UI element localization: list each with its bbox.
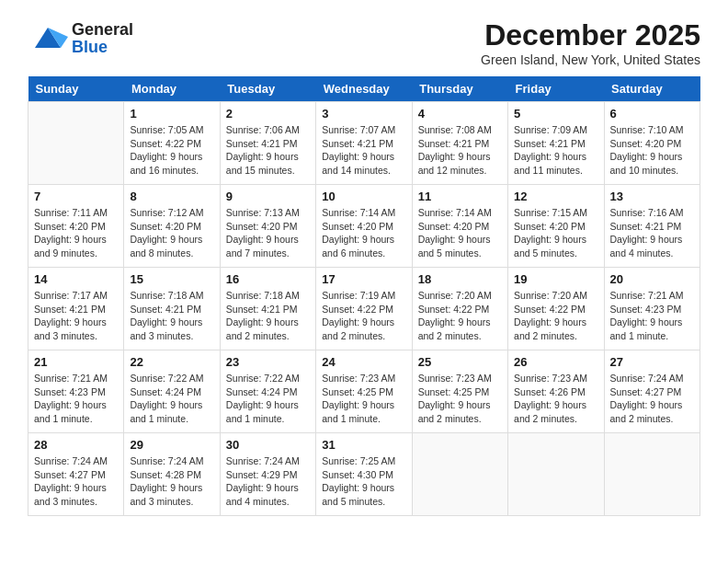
day-info: Sunrise: 7:25 AMSunset: 4:30 PMDaylight:… xyxy=(322,454,405,509)
calendar-cell xyxy=(508,433,604,516)
day-number: 9 xyxy=(226,190,310,203)
calendar-cell: 19Sunrise: 7:20 AMSunset: 4:22 PMDayligh… xyxy=(508,268,604,350)
day-info: Sunrise: 7:18 AMSunset: 4:21 PMDaylight:… xyxy=(226,289,310,343)
day-info: Sunrise: 7:10 AMSunset: 4:20 PMDaylight:… xyxy=(610,123,694,178)
logo-icon xyxy=(28,18,68,59)
day-number: 27 xyxy=(610,355,694,369)
day-info: Sunrise: 7:16 AMSunset: 4:21 PMDaylight:… xyxy=(610,206,694,260)
calendar-cell: 4Sunrise: 7:08 AMSunset: 4:21 PMDaylight… xyxy=(412,102,507,185)
calendar-header: SundayMondayTuesdayWednesdayThursdayFrid… xyxy=(28,76,700,102)
calendar-cell: 9Sunrise: 7:13 AMSunset: 4:20 PMDaylight… xyxy=(220,185,315,268)
calendar-week-3: 21Sunrise: 7:21 AMSunset: 4:23 PMDayligh… xyxy=(28,350,700,433)
day-number: 12 xyxy=(514,190,597,203)
day-info: Sunrise: 7:09 AMSunset: 4:21 PMDaylight:… xyxy=(514,123,597,178)
day-number: 8 xyxy=(130,190,213,203)
calendar-week-4: 28Sunrise: 7:24 AMSunset: 4:27 PMDayligh… xyxy=(28,433,700,516)
logo-blue-text: Blue xyxy=(72,39,133,56)
day-number: 5 xyxy=(514,107,597,121)
calendar-week-1: 7Sunrise: 7:11 AMSunset: 4:20 PMDaylight… xyxy=(28,185,700,268)
title-area: December 2025 Green Island, New York, Un… xyxy=(481,18,700,67)
calendar-cell: 18Sunrise: 7:20 AMSunset: 4:22 PMDayligh… xyxy=(412,268,507,350)
calendar-cell: 17Sunrise: 7:19 AMSunset: 4:22 PMDayligh… xyxy=(316,268,412,350)
day-info: Sunrise: 7:14 AMSunset: 4:20 PMDaylight:… xyxy=(322,206,405,260)
day-info: Sunrise: 7:20 AMSunset: 4:22 PMDaylight:… xyxy=(514,289,597,343)
calendar-cell: 5Sunrise: 7:09 AMSunset: 4:21 PMDaylight… xyxy=(508,102,604,185)
day-info: Sunrise: 7:18 AMSunset: 4:21 PMDaylight:… xyxy=(130,289,213,343)
day-number: 19 xyxy=(514,272,597,286)
day-number: 10 xyxy=(322,190,405,203)
month-title: December 2025 xyxy=(481,18,700,52)
weekday-header-sunday: Sunday xyxy=(28,76,124,102)
day-info: Sunrise: 7:05 AMSunset: 4:22 PMDaylight:… xyxy=(130,123,213,178)
day-number: 16 xyxy=(226,272,310,286)
day-number: 2 xyxy=(226,107,310,121)
calendar-cell: 31Sunrise: 7:25 AMSunset: 4:30 PMDayligh… xyxy=(316,433,412,516)
weekday-header-saturday: Saturday xyxy=(604,76,700,102)
day-number: 23 xyxy=(226,355,310,369)
calendar-cell: 24Sunrise: 7:23 AMSunset: 4:25 PMDayligh… xyxy=(316,350,412,433)
calendar-cell xyxy=(28,102,124,185)
calendar-cell: 6Sunrise: 7:10 AMSunset: 4:20 PMDaylight… xyxy=(604,102,700,185)
day-info: Sunrise: 7:24 AMSunset: 4:27 PMDaylight:… xyxy=(610,372,694,426)
day-info: Sunrise: 7:15 AMSunset: 4:20 PMDaylight:… xyxy=(514,206,597,260)
calendar-cell: 20Sunrise: 7:21 AMSunset: 4:23 PMDayligh… xyxy=(604,268,700,350)
day-number: 25 xyxy=(418,355,502,369)
day-number: 6 xyxy=(610,107,694,121)
location-text: Green Island, New York, United States xyxy=(481,52,700,67)
day-number: 4 xyxy=(418,107,502,121)
weekday-header-friday: Friday xyxy=(508,76,604,102)
weekday-header-wednesday: Wednesday xyxy=(316,76,412,102)
day-info: Sunrise: 7:23 AMSunset: 4:25 PMDaylight:… xyxy=(322,372,405,426)
day-number: 20 xyxy=(610,272,694,286)
day-number: 18 xyxy=(418,272,502,286)
weekday-header-thursday: Thursday xyxy=(412,76,507,102)
calendar-body: 1Sunrise: 7:05 AMSunset: 4:22 PMDaylight… xyxy=(28,102,700,516)
weekday-header-tuesday: Tuesday xyxy=(220,76,315,102)
day-number: 17 xyxy=(322,272,405,286)
day-info: Sunrise: 7:21 AMSunset: 4:23 PMDaylight:… xyxy=(34,372,118,426)
day-info: Sunrise: 7:08 AMSunset: 4:21 PMDaylight:… xyxy=(418,123,502,178)
calendar-week-0: 1Sunrise: 7:05 AMSunset: 4:22 PMDaylight… xyxy=(28,102,700,185)
day-info: Sunrise: 7:19 AMSunset: 4:22 PMDaylight:… xyxy=(322,289,405,343)
day-info: Sunrise: 7:24 AMSunset: 4:27 PMDaylight:… xyxy=(34,454,118,509)
calendar-cell xyxy=(604,433,700,516)
day-info: Sunrise: 7:22 AMSunset: 4:24 PMDaylight:… xyxy=(130,372,213,426)
calendar-cell: 29Sunrise: 7:24 AMSunset: 4:28 PMDayligh… xyxy=(124,433,220,516)
day-number: 14 xyxy=(34,272,118,286)
day-number: 24 xyxy=(322,355,405,369)
day-info: Sunrise: 7:24 AMSunset: 4:28 PMDaylight:… xyxy=(130,454,213,509)
calendar-cell: 12Sunrise: 7:15 AMSunset: 4:20 PMDayligh… xyxy=(508,185,604,268)
calendar-cell: 15Sunrise: 7:18 AMSunset: 4:21 PMDayligh… xyxy=(124,268,220,350)
calendar-cell: 23Sunrise: 7:22 AMSunset: 4:24 PMDayligh… xyxy=(220,350,315,433)
calendar-table: SundayMondayTuesdayWednesdayThursdayFrid… xyxy=(28,76,700,516)
calendar-cell: 21Sunrise: 7:21 AMSunset: 4:23 PMDayligh… xyxy=(28,350,124,433)
calendar-cell: 22Sunrise: 7:22 AMSunset: 4:24 PMDayligh… xyxy=(124,350,220,433)
calendar-cell: 14Sunrise: 7:17 AMSunset: 4:21 PMDayligh… xyxy=(28,268,124,350)
day-info: Sunrise: 7:23 AMSunset: 4:25 PMDaylight:… xyxy=(418,372,502,426)
day-number: 3 xyxy=(322,107,405,121)
day-info: Sunrise: 7:24 AMSunset: 4:29 PMDaylight:… xyxy=(226,454,310,509)
day-info: Sunrise: 7:23 AMSunset: 4:26 PMDaylight:… xyxy=(514,372,597,426)
day-number: 15 xyxy=(130,272,213,286)
page-header: General Blue December 2025 Green Island,… xyxy=(28,18,700,67)
calendar-cell: 2Sunrise: 7:06 AMSunset: 4:21 PMDaylight… xyxy=(220,102,315,185)
calendar-cell: 25Sunrise: 7:23 AMSunset: 4:25 PMDayligh… xyxy=(412,350,507,433)
day-number: 1 xyxy=(130,107,213,121)
calendar-cell: 27Sunrise: 7:24 AMSunset: 4:27 PMDayligh… xyxy=(604,350,700,433)
day-number: 31 xyxy=(322,438,405,452)
day-number: 28 xyxy=(34,438,118,452)
calendar-cell: 7Sunrise: 7:11 AMSunset: 4:20 PMDaylight… xyxy=(28,185,124,268)
calendar-cell: 10Sunrise: 7:14 AMSunset: 4:20 PMDayligh… xyxy=(316,185,412,268)
calendar-week-2: 14Sunrise: 7:17 AMSunset: 4:21 PMDayligh… xyxy=(28,268,700,350)
calendar-cell xyxy=(412,433,507,516)
day-info: Sunrise: 7:14 AMSunset: 4:20 PMDaylight:… xyxy=(418,206,502,260)
day-number: 7 xyxy=(34,190,118,203)
day-info: Sunrise: 7:06 AMSunset: 4:21 PMDaylight:… xyxy=(226,123,310,178)
day-info: Sunrise: 7:21 AMSunset: 4:23 PMDaylight:… xyxy=(610,289,694,343)
day-info: Sunrise: 7:22 AMSunset: 4:24 PMDaylight:… xyxy=(226,372,310,426)
day-number: 29 xyxy=(130,438,213,452)
calendar-cell: 11Sunrise: 7:14 AMSunset: 4:20 PMDayligh… xyxy=(412,185,507,268)
day-number: 22 xyxy=(130,355,213,369)
day-info: Sunrise: 7:20 AMSunset: 4:22 PMDaylight:… xyxy=(418,289,502,343)
day-info: Sunrise: 7:11 AMSunset: 4:20 PMDaylight:… xyxy=(34,206,118,260)
